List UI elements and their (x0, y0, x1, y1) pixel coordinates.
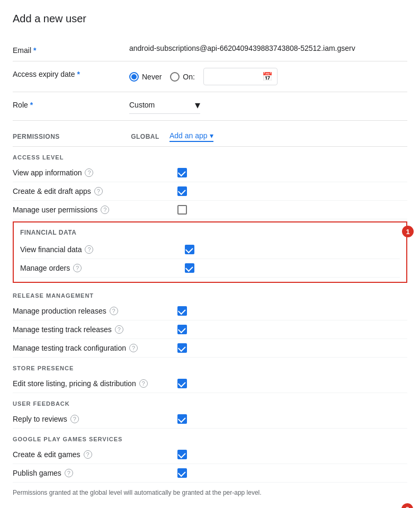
section-label-user-feedback: USER FEEDBACK (13, 393, 407, 410)
permission-checkbox[interactable] (177, 325, 187, 334)
help-icon[interactable]: ? (70, 415, 79, 423)
help-icon[interactable]: ? (129, 344, 138, 352)
permission-checkbox[interactable] (185, 263, 194, 273)
permission-name: Reply to reviews? (13, 415, 161, 423)
permission-checkbox-area (161, 168, 203, 177)
help-icon[interactable]: ? (139, 379, 148, 388)
permission-checkbox[interactable] (177, 414, 187, 424)
permission-checkbox-area (161, 379, 203, 388)
email-value-area: android-subscriptions@api-66204094398837… (129, 44, 407, 52)
dialog-actions: CANCEL ADD USER 2 (13, 501, 407, 508)
permission-name: Edit store listing, pricing & distributi… (13, 379, 161, 388)
help-icon[interactable]: ? (84, 450, 92, 459)
help-icon[interactable]: ? (94, 187, 103, 195)
section-label-financial-data: FINANCIAL DATA (20, 222, 76, 240)
radio-never[interactable]: Never (129, 72, 162, 82)
expiry-row: Access expiry date * Never On: 📅 (13, 61, 407, 92)
radio-never-label: Never (142, 73, 162, 81)
financial-data-box: FINANCIAL DATA1View financial data?Manag… (13, 221, 407, 283)
permission-checkbox[interactable] (177, 468, 187, 478)
section-label-store-presence: STORE PRESENCE (13, 358, 407, 375)
footer-note: Permissions granted at the global level … (13, 483, 407, 501)
role-required: * (30, 101, 33, 109)
permission-checkbox[interactable] (177, 168, 187, 177)
section-label-release-management: RELEASE MANAGEMENT (13, 285, 407, 302)
section-label-google-play-games: GOOGLE PLAY GAMES SERVICES (13, 429, 407, 445)
role-label: Role * (13, 99, 129, 109)
permission-name: Create & edit draft apps? (13, 187, 161, 195)
permission-checkbox-area (161, 205, 203, 215)
permission-checkbox-area (161, 325, 203, 334)
radio-on[interactable]: On: (170, 72, 195, 82)
global-column-label: GLOBAL (129, 133, 161, 140)
permission-name: Manage production releases? (13, 307, 161, 315)
date-input[interactable]: 📅 (203, 68, 278, 85)
radio-on-label: On: (183, 73, 195, 81)
permission-checkbox[interactable] (177, 205, 187, 215)
permission-name: Create & edit games? (13, 450, 161, 459)
help-icon[interactable]: ? (115, 325, 123, 334)
help-icon[interactable]: ? (65, 469, 73, 477)
permission-row: Create & edit draft apps? (13, 182, 407, 201)
permission-checkbox-area (168, 263, 211, 273)
permissions-columns: GLOBAL Add an app ▾ (129, 131, 213, 142)
permission-row: Manage user permissions? (13, 201, 407, 219)
email-row: Email * android-subscriptions@api-662040… (13, 38, 407, 61)
help-icon[interactable]: ? (101, 206, 109, 214)
permission-name: Publish games? (13, 469, 161, 477)
permission-checkbox-area (161, 468, 203, 478)
badge-1: 1 (402, 226, 414, 237)
permission-checkbox-area (161, 306, 203, 316)
permission-name: Manage testing track releases? (13, 325, 161, 334)
permission-checkbox[interactable] (185, 245, 194, 254)
permission-checkbox[interactable] (177, 306, 187, 316)
expiry-value-area: Never On: 📅 (129, 68, 407, 85)
permission-row: Manage testing track releases? (13, 320, 407, 339)
help-icon[interactable]: ? (85, 168, 93, 177)
permission-name: Manage orders? (20, 264, 168, 272)
add-app-label: Add an app (169, 131, 208, 140)
permission-checkbox-area (161, 343, 203, 353)
section-label-access-level: ACCESS LEVEL (13, 147, 407, 164)
permission-name: View financial data? (20, 245, 168, 254)
permissions-header: PERMISSIONS GLOBAL Add an app ▾ (13, 125, 407, 147)
permission-checkbox-area (168, 245, 211, 254)
add-app-button[interactable]: Add an app ▾ (169, 131, 213, 142)
radio-never-circle[interactable] (129, 72, 139, 82)
role-select[interactable]: Custom ▾ (129, 99, 200, 114)
email-required: * (33, 46, 36, 55)
role-select-text: Custom (129, 101, 193, 109)
radio-on-circle[interactable] (170, 72, 180, 82)
help-icon[interactable]: ? (110, 307, 118, 315)
permission-name: Manage user permissions? (13, 206, 161, 214)
calendar-icon: 📅 (262, 72, 273, 82)
help-icon[interactable]: ? (85, 245, 93, 254)
help-icon[interactable]: ? (73, 264, 82, 272)
chevron-down-icon: ▾ (195, 99, 200, 111)
permissions-title: PERMISSIONS (13, 133, 129, 140)
permission-checkbox-area (161, 414, 203, 424)
dialog-title: Add a new user (13, 13, 407, 25)
add-app-chevron-icon: ▾ (210, 131, 213, 140)
permission-row: Manage production releases? (13, 302, 407, 320)
permission-row: Create & edit games? (13, 445, 407, 464)
role-value-area: Custom ▾ (129, 99, 407, 114)
permissions-section: PERMISSIONS GLOBAL Add an app ▾ ACCESS L… (13, 125, 407, 501)
permission-row: Manage testing track configuration? (13, 339, 407, 358)
permission-row: Reply to reviews? (13, 410, 407, 429)
permission-name: Manage testing track configuration? (13, 344, 161, 352)
permission-checkbox-area (161, 450, 203, 459)
permission-checkbox[interactable] (177, 379, 187, 388)
badge-2: 2 (401, 503, 413, 508)
expiry-radio-group: Never On: 📅 (129, 68, 278, 85)
expiry-required: * (77, 70, 80, 78)
sections-container: ACCESS LEVELView app information?Create … (13, 147, 407, 483)
permission-checkbox[interactable] (177, 343, 187, 353)
role-row: Role * Custom ▾ (13, 92, 407, 121)
permission-name: View app information? (13, 168, 161, 177)
permission-checkbox[interactable] (177, 186, 187, 196)
permission-checkbox[interactable] (177, 450, 187, 459)
email-label: Email * (13, 44, 129, 55)
permission-row: Publish games? (13, 464, 407, 483)
permission-row: Manage orders? (20, 259, 400, 278)
